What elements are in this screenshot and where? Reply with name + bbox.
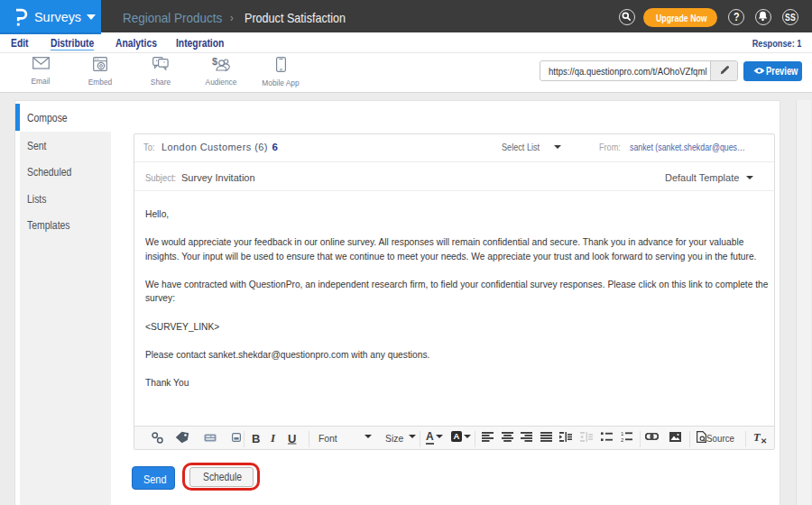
svg-text:1: 1 [621,431,624,436]
svg-text:2: 2 [621,437,624,443]
svg-text:$: $ [212,57,217,67]
